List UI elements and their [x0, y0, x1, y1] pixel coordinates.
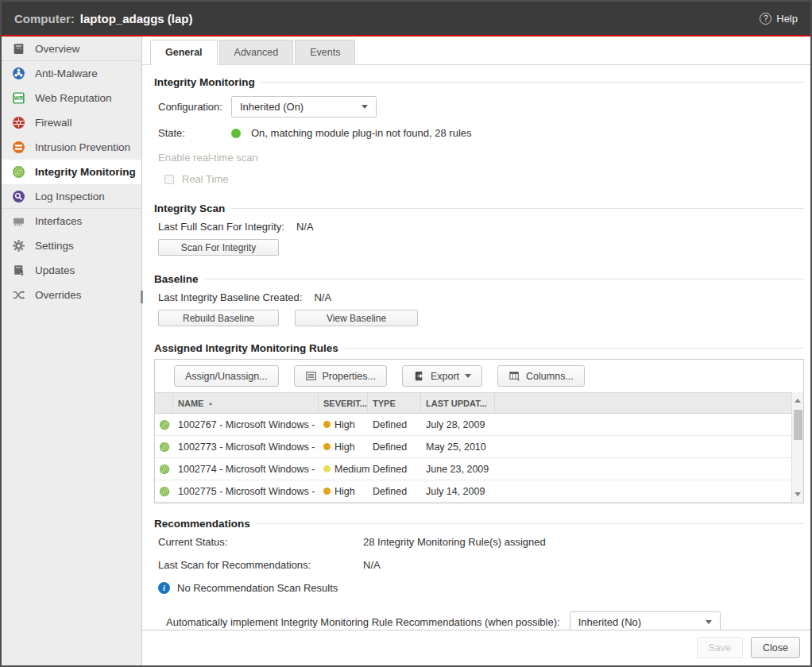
sidebar-item-interfaces[interactable]: Interfaces: [2, 209, 141, 233]
table-row[interactable]: 1002773 - Microsoft Windows - ... High D…: [155, 436, 803, 458]
help-button[interactable]: ? Help: [760, 13, 798, 25]
column-severity[interactable]: SEVERIT...: [319, 393, 368, 413]
rule-type: Defined: [368, 486, 421, 497]
help-label: Help: [776, 13, 798, 25]
export-button-label: Export: [431, 371, 459, 382]
configuration-label: Configuration:: [158, 101, 231, 113]
integrity-rule-icon: [159, 419, 170, 430]
dialog-footer: Save Close: [142, 630, 810, 665]
chevron-down-icon: [362, 105, 368, 109]
auto-implement-label: Automatically implement Integrity Monito…: [166, 616, 560, 628]
tab-advanced[interactable]: Advanced: [219, 40, 294, 64]
rule-severity: High: [334, 486, 355, 497]
settings-icon: [12, 239, 25, 253]
help-icon: ?: [760, 13, 771, 25]
scroll-down-icon[interactable]: [795, 492, 801, 496]
configuration-select[interactable]: Inherited (On): [231, 96, 377, 118]
severity-dot: [323, 443, 331, 450]
last-scan-recommendations-value: N/A: [363, 559, 381, 571]
integrity-monitoring-icon: [12, 165, 25, 179]
window-title: laptop_adaggs (lap): [80, 12, 193, 25]
columns-icon: [508, 370, 520, 382]
tab-general[interactable]: General: [150, 40, 218, 65]
no-recommendation-results-text: No Recommendation Scan Results: [177, 582, 338, 594]
sidebar-item-label: Integrity Monitoring: [35, 166, 136, 178]
scrollbar-thumb[interactable]: [794, 410, 802, 440]
anti-malware-icon: [12, 67, 25, 80]
table-row[interactable]: 1002774 - Microsoft Windows - ... Medium…: [155, 458, 803, 480]
integrity-rule-icon: [159, 464, 170, 475]
current-status-value: 28 Integrity Monitoring Rule(s) assigned: [363, 536, 546, 548]
sidebar-item-settings[interactable]: Settings: [2, 233, 141, 258]
integrity-rule-icon: [159, 486, 170, 497]
rule-name: 1002767 - Microsoft Windows - ...: [173, 419, 319, 430]
sort-ascending-icon: ▲: [207, 400, 213, 406]
sidebar-item-integrity-monitoring[interactable]: Integrity Monitoring: [2, 160, 141, 184]
section-integrity-scan-heading: Integrity Scan: [154, 202, 804, 214]
rule-last-updated: May 25, 2010: [421, 441, 495, 453]
current-status-label: Current Status:: [158, 536, 363, 548]
auto-implement-select[interactable]: Inherited (No): [570, 611, 721, 630]
column-type[interactable]: TYPE: [368, 393, 421, 413]
sidebar-item-label: Intrusion Prevention: [35, 141, 130, 153]
rule-name: 1002775 - Microsoft Windows - ...: [173, 486, 319, 497]
rule-last-updated: June 23, 2009: [421, 464, 495, 475]
sidebar-item-firewall[interactable]: Firewall: [2, 110, 141, 135]
column-name[interactable]: NAME▲: [173, 393, 319, 413]
last-full-scan-value: N/A: [296, 221, 314, 233]
last-scan-recommendations-label: Last Scan for Recommendations:: [158, 559, 363, 571]
scroll-up-icon[interactable]: [795, 399, 801, 403]
table-scrollbar[interactable]: [791, 392, 803, 503]
overrides-icon: [12, 288, 25, 302]
section-assigned-rules-heading: Assigned Integrity Monitoring Rules: [154, 342, 804, 354]
rule-type: Defined: [368, 441, 421, 453]
firewall-icon: [12, 116, 25, 129]
properties-button-label: Properties...: [323, 371, 376, 382]
columns-button[interactable]: Columns...: [497, 365, 585, 387]
overview-icon: [12, 42, 25, 56]
sidebar-item-updates[interactable]: Updates: [2, 258, 141, 283]
properties-button[interactable]: Properties...: [294, 365, 387, 387]
rule-type: Defined: [368, 464, 421, 475]
sidebar-item-label: Anti-Malware: [35, 67, 98, 79]
save-button[interactable]: Save: [697, 637, 744, 658]
sidebar-item-overview[interactable]: Overview: [2, 37, 141, 61]
section-title: Integrity Scan: [154, 202, 225, 214]
column-icon: [155, 393, 173, 413]
table-row[interactable]: 1002767 - Microsoft Windows - ... High D…: [155, 414, 803, 436]
export-button[interactable]: Export: [402, 365, 482, 387]
sidebar-item-overrides[interactable]: Overrides: [2, 283, 141, 307]
rule-severity: High: [334, 419, 355, 430]
section-title: Integrity Monitoring: [154, 76, 255, 88]
rule-last-updated: July 28, 2009: [421, 419, 495, 430]
sidebar-item-intrusion-prevention[interactable]: Intrusion Prevention: [2, 135, 141, 160]
integrity-rule-icon: [159, 441, 170, 453]
general-tab-body: Integrity Monitoring Configuration: Inhe…: [142, 65, 810, 630]
rules-table-header: NAME▲ SEVERIT... TYPE LAST UPDAT...: [155, 392, 803, 414]
rule-severity: High: [334, 441, 355, 453]
enable-realtime-scan-label: Enable real-time scan: [158, 152, 810, 164]
view-baseline-button[interactable]: View Baseline: [295, 310, 418, 326]
log-inspection-icon: [12, 190, 25, 203]
real-time-checkbox[interactable]: [164, 175, 174, 184]
tab-events[interactable]: Events: [295, 40, 355, 64]
severity-dot: [323, 488, 331, 495]
column-filler: [495, 393, 803, 413]
table-row[interactable]: 1002775 - Microsoft Windows - ... High D…: [155, 480, 803, 503]
rule-name: 1002774 - Microsoft Windows - ...: [173, 464, 319, 475]
columns-button-label: Columns...: [526, 371, 574, 382]
sidebar-item-log-inspection[interactable]: Log Inspection: [2, 184, 141, 209]
assign-unassign-button[interactable]: Assign/Unassign...: [174, 365, 279, 387]
configuration-selected-value: Inherited (On): [240, 101, 304, 113]
close-button[interactable]: Close: [751, 637, 800, 658]
info-icon: i: [158, 582, 170, 594]
rule-name: 1002773 - Microsoft Windows - ...: [173, 441, 319, 453]
properties-icon: [305, 370, 317, 382]
scan-for-integrity-button[interactable]: Scan For Integrity: [158, 239, 279, 256]
rebuild-baseline-button[interactable]: Rebuild Baseline: [158, 310, 279, 326]
sidebar-item-web-reputation[interactable]: WR Web Reputation: [2, 86, 141, 110]
state-value: On, matching module plug-in not found, 2…: [251, 127, 472, 139]
last-full-scan-label: Last Full Scan For Integrity:: [158, 221, 284, 233]
sidebar-item-anti-malware[interactable]: Anti-Malware: [2, 61, 141, 86]
column-last-updated[interactable]: LAST UPDAT...: [421, 393, 495, 413]
